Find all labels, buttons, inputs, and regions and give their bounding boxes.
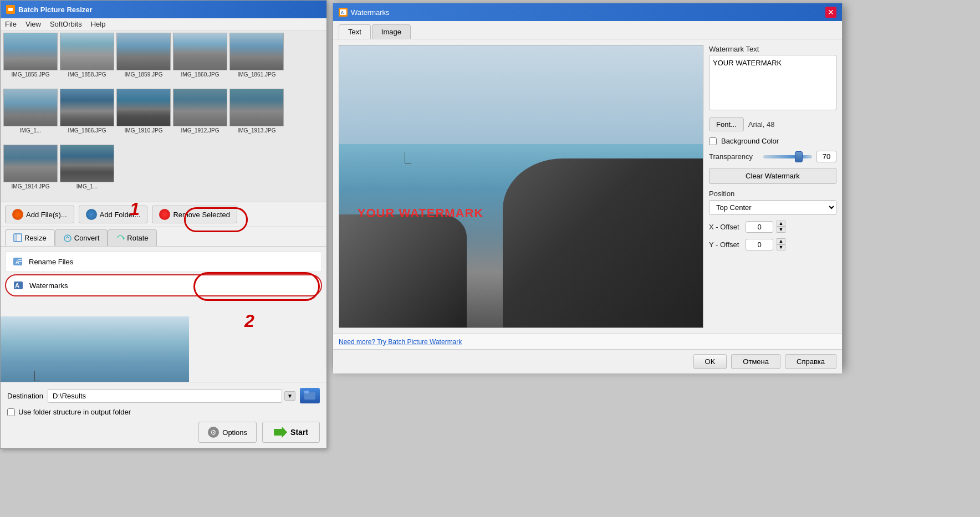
cancel-label: Отмена (743, 357, 769, 366)
batch-picture-watermark-link[interactable]: Need more? Try Batch Picture Watermark (339, 338, 462, 346)
tab-image-label: Image (381, 28, 401, 36)
ok-button[interactable]: OK (693, 354, 727, 369)
rotate-tab-icon (116, 234, 125, 243)
boat-mast (405, 152, 411, 163)
transparency-label: Transparency (709, 152, 759, 161)
tab-resize[interactable]: Resize (5, 229, 55, 246)
watermark-text-label: Watermark Text (709, 45, 836, 53)
transparency-value-input[interactable] (816, 151, 836, 162)
menu-help[interactable]: Help (91, 20, 106, 28)
list-item[interactable]: IMG_1861.JPG (229, 33, 284, 88)
menu-file[interactable]: File (5, 20, 17, 28)
help-button[interactable]: Справка (785, 354, 836, 369)
list-item[interactable]: IMG_1912.JPG (172, 89, 228, 144)
font-button[interactable]: Font... (709, 117, 744, 131)
y-offset-input[interactable] (746, 239, 773, 250)
thumbnail-image (60, 33, 114, 70)
list-item[interactable]: IMG_1... (3, 89, 58, 144)
list-item[interactable]: IMG_1910.JPG (116, 89, 171, 144)
y-offset-label: Y - Offset (709, 240, 742, 249)
watermark-textarea[interactable]: YOUR WATERMARK (709, 55, 836, 110)
clear-watermark-label: Clear Watermark (746, 172, 800, 180)
thumbnail-image (60, 145, 114, 182)
help-label: Справка (797, 357, 825, 366)
svg-rect-1 (8, 8, 13, 11)
folder-structure-checkbox[interactable] (7, 408, 15, 416)
thumbnail-label: IMG_1861.JPG (238, 71, 276, 78)
thumbnail-image (3, 33, 58, 70)
main-toolbar: Add File(s)... Add Folder... Remove Sele… (1, 202, 326, 227)
annotation-number-2: 2 (244, 311, 254, 331)
watermark-text-section: Watermark Text YOUR WATERMARK (709, 45, 836, 112)
watermark-preview-text: YOUR WATERMARK (358, 206, 483, 221)
x-offset-spinner: ▲ ▼ (777, 221, 785, 233)
start-arrow-icon (274, 427, 287, 438)
watermarks-icon: A (12, 279, 25, 292)
tab-rotate-label: Rotate (127, 234, 148, 242)
remove-selected-label: Remove Selected (173, 211, 230, 219)
rename-files-item[interactable]: A Rename Files (5, 251, 322, 272)
folder-structure-label: Use folder structure in output folder (18, 408, 131, 416)
position-label: Position (709, 190, 836, 198)
x-offset-up[interactable]: ▲ (777, 221, 785, 227)
menu-softorbits[interactable]: SoftOrbits (50, 20, 82, 28)
gear-icon: ⚙ (208, 427, 219, 438)
tab-image[interactable]: Image (372, 24, 411, 39)
transparency-slider-thumb[interactable] (795, 151, 803, 162)
add-files-button[interactable]: Add File(s)... (5, 206, 74, 223)
thumbnail-image (173, 33, 227, 70)
destination-browse-button[interactable] (300, 388, 320, 403)
add-folder-label: Add Folder... (100, 211, 141, 219)
list-item[interactable]: IMG_1914.JPG (3, 145, 58, 199)
add-folder-button[interactable]: Add Folder... (79, 206, 148, 223)
destination-row: Destination ▼ (7, 388, 320, 403)
tab-rotate[interactable]: Rotate (108, 229, 156, 246)
sky-area (339, 45, 703, 144)
tab-bar: Resize Convert Rotate (1, 227, 326, 247)
watermarks-item[interactable]: A Watermarks (5, 274, 322, 296)
y-offset-down[interactable]: ▼ (777, 244, 785, 250)
list-item[interactable]: IMG_1860.JPG (172, 33, 228, 88)
thumbnail-label: IMG_1914.JPG (12, 183, 50, 190)
font-btn-label: Font... (716, 120, 737, 129)
x-offset-input[interactable] (746, 221, 773, 233)
start-label: Start (290, 428, 308, 437)
right-panel: Watermark Text YOUR WATERMARK Font... Ar… (709, 45, 836, 328)
dialog-tab-bar: Text Image (333, 21, 842, 39)
app-icon (6, 5, 15, 14)
dialog-title: Watermarks (351, 8, 390, 17)
remove-selected-button[interactable]: Remove Selected (152, 206, 237, 223)
textarea-wrapper: YOUR WATERMARK (709, 55, 836, 112)
list-item[interactable]: IMG_1... (59, 145, 115, 199)
tab-convert[interactable]: Convert (55, 229, 108, 246)
list-item[interactable]: IMG_1913.JPG (229, 89, 284, 144)
y-offset-spinner: ▲ ▼ (777, 238, 785, 250)
clear-watermark-button[interactable]: Clear Watermark (709, 168, 836, 184)
y-offset-row: Y - Offset ▲ ▼ (709, 238, 836, 250)
position-select[interactable]: Top Left Top Center Top Right Middle Lef… (709, 200, 836, 215)
rocks-right (503, 158, 703, 327)
destination-input[interactable] (48, 389, 282, 403)
destination-dropdown-arrow[interactable]: ▼ (284, 391, 295, 401)
thumbnail-image (116, 89, 171, 126)
start-button[interactable]: Start (262, 422, 320, 443)
x-offset-row: X - Offset ▲ ▼ (709, 221, 836, 233)
options-button[interactable]: ⚙ Options (198, 422, 257, 443)
main-title: Batch Picture Resizer (18, 6, 93, 14)
background-color-checkbox[interactable] (709, 137, 717, 145)
tab-text[interactable]: Text (339, 24, 371, 39)
rename-icon: A (11, 255, 24, 268)
thumbnail-image (3, 89, 58, 126)
list-item[interactable]: IMG_1858.JPG (59, 33, 115, 88)
list-item[interactable]: IMG_1859.JPG (116, 33, 171, 88)
thumbnail-label: IMG_1866.JPG (68, 127, 106, 134)
x-offset-down[interactable]: ▼ (777, 227, 785, 233)
y-offset-up[interactable]: ▲ (777, 238, 785, 244)
list-item[interactable]: IMG_1855.JPG (3, 33, 58, 88)
preview-boat (34, 371, 40, 381)
menu-view[interactable]: View (25, 20, 41, 28)
cancel-button[interactable]: Отмена (731, 354, 780, 369)
font-value: Arial, 48 (748, 120, 775, 129)
dialog-close-button[interactable]: ✕ (825, 7, 836, 18)
list-item[interactable]: IMG_1866.JPG (59, 89, 115, 144)
